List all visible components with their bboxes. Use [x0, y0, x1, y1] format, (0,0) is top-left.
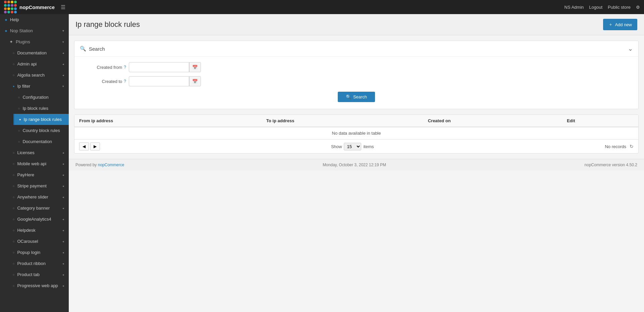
search-panel-header[interactable]: 🔍 Search ⌄: [74, 41, 638, 56]
sidebar-ipfilter-subitems: ○ Configuration ○ Ip block rules ● Ip ra…: [8, 92, 69, 147]
created-to-help-icon[interactable]: ?: [124, 79, 126, 84]
sidebar-item-iprangeblockrules[interactable]: ● Ip range block rules: [13, 114, 69, 125]
search-button[interactable]: 🔍 Search: [338, 92, 375, 102]
chevron-right-icon: ◂: [62, 162, 64, 166]
show-items-select[interactable]: 10 15 25 50 100: [344, 143, 361, 150]
sidebar-item-progressivewebapp[interactable]: ○ Progressive web app ◂: [8, 280, 69, 291]
calendar-icon: 📅: [192, 65, 198, 70]
sidebar-item-plugins[interactable]: ✦ Plugins ▾: [5, 36, 69, 47]
chevron-down-icon: ▾: [62, 40, 64, 44]
hamburger-button[interactable]: ☰: [58, 3, 68, 12]
sidebar-item-licenses[interactable]: ○ Licenses ◂: [8, 147, 69, 158]
refresh-button[interactable]: ↻: [630, 144, 634, 149]
logo-dot: [14, 7, 17, 10]
sidebar-item-documentation[interactable]: ○ Documentation ◂: [8, 47, 69, 58]
chevron-right-icon: ◂: [62, 284, 64, 287]
created-from-input-group: 📅: [129, 62, 201, 72]
add-new-button[interactable]: ＋ Add new: [603, 19, 637, 30]
circle-icon: ○: [13, 74, 14, 77]
chevron-right-icon: ◂: [62, 207, 64, 210]
sidebar-item-nopstation[interactable]: ● Nop Station ▾: [0, 25, 69, 36]
logo-dot: [11, 11, 13, 13]
created-from-help-icon[interactable]: ?: [124, 65, 126, 70]
sidebar-plugins-list: ○ Documentation ◂ ○ Admin api ◂ ○ Algoli…: [5, 47, 69, 291]
sidebar-item-adminapi[interactable]: ○ Admin api ◂: [8, 58, 69, 70]
search-actions: 🔍 Search: [83, 92, 630, 102]
sidebar-item-label: Configuration: [22, 95, 48, 100]
prev-page-button[interactable]: ◀: [79, 142, 89, 150]
show-items-section: Show 10 15 25 50 100 items: [331, 143, 374, 150]
chevron-right-icon: ◂: [62, 195, 64, 199]
top-nav-left: nopCommerce ☰: [4, 1, 68, 13]
created-from-label-text: Created from: [97, 65, 122, 70]
sidebar-item-label: Mobile web api: [17, 161, 46, 166]
circle-icon: ○: [18, 140, 20, 143]
sidebar-item-productribbon[interactable]: ○ Product ribbon ◂: [8, 258, 69, 269]
created-to-row: Created to ? 📅: [83, 76, 630, 86]
sidebar-plugins-label: Plugins: [16, 39, 30, 44]
sidebar-item-categorybanner[interactable]: ○ Category banner ◂: [8, 203, 69, 214]
next-page-button[interactable]: ▶: [90, 142, 100, 150]
sidebar-item-payhere[interactable]: ○ PayHere ◂: [8, 169, 69, 180]
logout-button[interactable]: Logout: [589, 5, 602, 10]
footer-version: nopCommerce version 4.50.2: [585, 163, 637, 167]
sidebar-item-configuration[interactable]: ○ Configuration: [13, 92, 69, 103]
sidebar-item-stripepayment[interactable]: ○ Stripe payment ◂: [8, 180, 69, 191]
show-label: Show: [331, 144, 342, 149]
circle-icon: ○: [13, 184, 14, 188]
sidebar-item-countryblockrules[interactable]: ○ Country block rules: [13, 125, 69, 136]
sidebar-item-mobilewebapi[interactable]: ○ Mobile web api ◂: [8, 158, 69, 169]
data-table: From ip address To ip address Created on…: [74, 115, 638, 139]
logo-dot: [7, 1, 10, 3]
public-store-button[interactable]: Public store: [608, 5, 631, 10]
sidebar-item-popuplogin[interactable]: ○ Popup login ◂: [8, 247, 69, 258]
chevron-right-icon: ◂: [62, 240, 64, 243]
sidebar-item-algolia[interactable]: ○ Algolia search ◂: [8, 70, 69, 81]
created-to-calendar-button[interactable]: 📅: [189, 76, 201, 86]
sidebar-item-googleanalytics4[interactable]: ○ GoogleAnalytics4 ◂: [8, 214, 69, 225]
chevron-right-icon: ◂: [62, 51, 64, 55]
circle-icon: ○: [13, 240, 14, 243]
table-header-row: From ip address To ip address Created on…: [74, 115, 638, 127]
plugins-star-icon: ✦: [9, 39, 13, 44]
sidebar-item-label: Ip range block rules: [23, 117, 61, 122]
sidebar-item-label: GoogleAnalytics4: [17, 217, 51, 222]
logo-dot: [11, 4, 13, 7]
app-body: ● Help ● Nop Station ▾ ✦ Plugins ▾ ○ Doc…: [0, 14, 644, 312]
logo-dot: [4, 1, 7, 3]
search-title-label: Search: [89, 46, 105, 52]
circle-icon: ○: [13, 62, 14, 66]
sidebar-item-label: Ip filter: [17, 84, 30, 89]
created-to-input[interactable]: [129, 76, 189, 86]
circle-icon: ○: [13, 251, 14, 254]
sidebar-item-ipfilter[interactable]: ● Ip filter ▾: [8, 81, 69, 92]
no-records-label: No records: [605, 144, 626, 149]
sidebar-item-label: PayHere: [17, 172, 34, 177]
sidebar-item-ocarousel[interactable]: ○ OCarousel ◂: [8, 236, 69, 247]
chevron-right-icon: ◂: [62, 62, 64, 66]
powered-by-text: Powered by: [75, 163, 97, 167]
sidebar-item-label: Helpdesk: [17, 228, 35, 233]
logo-dot: [7, 4, 10, 7]
top-nav: nopCommerce ☰ NS Admin Logout Public sto…: [0, 0, 644, 14]
created-from-calendar-button[interactable]: 📅: [189, 62, 201, 72]
sidebar-item-producttab[interactable]: ○ Product tab ◂: [8, 269, 69, 280]
col-edit: Edit: [562, 115, 638, 127]
circle-icon: ○: [13, 218, 14, 221]
sidebar-item-anyhereslider[interactable]: ○ Anywhere slider ◂: [8, 191, 69, 203]
chevron-right-icon: ◂: [62, 273, 64, 276]
sidebar-item-help[interactable]: ● Help: [0, 14, 69, 25]
created-from-input[interactable]: [129, 62, 189, 72]
sidebar-item-documentation-sub[interactable]: ○ Documentation: [13, 136, 69, 147]
logo-dot: [11, 7, 13, 10]
search-btn-icon: 🔍: [346, 94, 351, 99]
footer-nopcommerce-link[interactable]: nopCommerce: [98, 163, 124, 167]
sidebar-item-ipblockrules[interactable]: ○ Ip block rules: [13, 103, 69, 114]
sidebar-item-label: Admin api: [17, 61, 37, 66]
circle-icon: ●: [13, 85, 14, 88]
logo: nopCommerce: [4, 1, 55, 13]
circle-icon: ●: [19, 118, 21, 121]
sidebar-item-label: OCarousel: [17, 239, 38, 244]
settings-icon[interactable]: ⚙: [636, 5, 640, 10]
sidebar-item-helpdesk[interactable]: ○ Helpdesk ◂: [8, 225, 69, 236]
